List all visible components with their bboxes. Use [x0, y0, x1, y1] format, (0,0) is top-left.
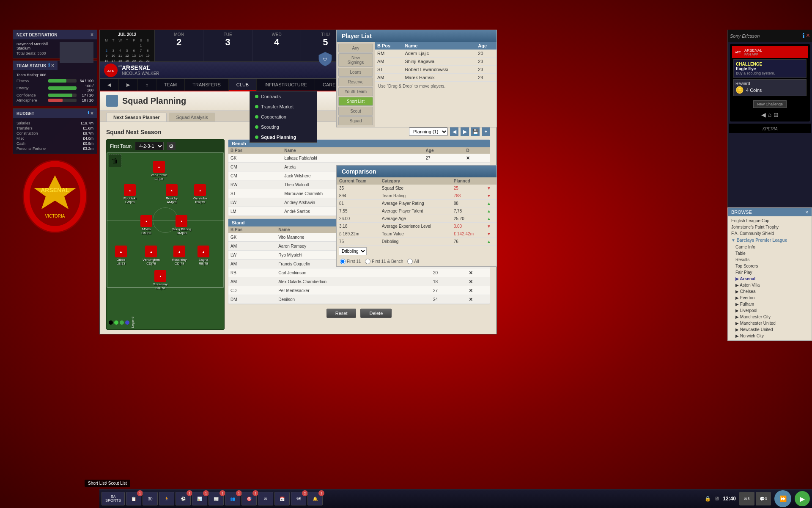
day-tue[interactable]: TUE 3	[203, 30, 252, 61]
browse-liverpool[interactable]: ▶ Liverpool	[729, 307, 810, 314]
phone-close-btn[interactable]: ×	[806, 32, 810, 40]
filter-short-list[interactable]: Short List	[338, 97, 373, 106]
day-wed[interactable]: WED 4	[252, 30, 301, 61]
delete-button[interactable]: Delete	[360, 309, 392, 318]
dropdown-scouting[interactable]: Scouting	[250, 122, 317, 132]
phone-grid-icon[interactable]: ⊞	[774, 111, 779, 118]
bench-player-row[interactable]: GKŁukasz Fabiański27×	[228, 154, 490, 163]
phone-back-icon[interactable]: ◀	[761, 111, 766, 118]
play-button[interactable]: ▶	[795, 491, 810, 506]
filter-new-signings[interactable]: New Signings	[338, 53, 373, 67]
tab-forward[interactable]: ▶	[119, 79, 138, 91]
team-status-info[interactable]: ℹ	[48, 63, 50, 69]
tab-next-season-planner[interactable]: Next Season Planner	[106, 113, 167, 121]
radio-first11[interactable]	[340, 259, 346, 264]
radio-first11-bench[interactable]	[365, 259, 370, 264]
player-gibbs[interactable]: ▲ GibbsLB|73	[115, 246, 127, 265]
browse-johnstones[interactable]: Johnstone's Paint Trophy	[729, 224, 810, 230]
browse-man-united[interactable]: ▶ Manchester United	[729, 320, 810, 326]
browse-game-info[interactable]: Game Info	[729, 244, 810, 250]
filter-reserve[interactable]: Reserve	[338, 77, 373, 86]
radio-all[interactable]	[407, 259, 413, 264]
player-podolski[interactable]: ▲ PodolskiLW|79	[123, 184, 136, 204]
task-icon-3[interactable]: 📊 1	[192, 492, 207, 505]
budget-info[interactable]: ℹ	[88, 110, 89, 116]
browse-arsenal[interactable]: ▶ Arsenal	[729, 276, 810, 282]
task-icon-5[interactable]: 👥 1	[225, 492, 240, 505]
player-gervinho[interactable]: ▲ GervinhoRM|79	[193, 184, 207, 204]
ea-sports-btn[interactable]: EASPORTS	[102, 492, 125, 505]
next-plan-btn[interactable]: ▶	[461, 127, 469, 136]
browse-barclays-category[interactable]: ▼ Barclays Premier League	[729, 237, 810, 244]
player-koscielny[interactable]: ▲ KoscielnyCD|79	[172, 246, 187, 265]
stand-player-row[interactable]: CDPer Mertesacker27×	[228, 286, 490, 295]
browse-table[interactable]: Table	[729, 250, 810, 257]
dropdown-transfer-market[interactable]: Transfer Market	[250, 102, 317, 112]
browse-top-scorers[interactable]: Top Scorers	[729, 263, 810, 269]
day-mon[interactable]: MON 2	[155, 30, 203, 61]
next-destination-close[interactable]: ×	[91, 32, 93, 38]
team-status-close[interactable]: ×	[51, 63, 54, 69]
player-list-row[interactable]: RMAdem Ljajic20	[375, 50, 497, 58]
browse-newcastle[interactable]: ▶ Newcastle United	[729, 326, 810, 333]
stand-player-row[interactable]: AMAlex Oxlade-Chamberlain18×	[228, 277, 490, 286]
formation-settings-btn[interactable]: ⚙	[167, 142, 176, 150]
msg-btn-1[interactable]: ✉ 3	[739, 492, 754, 505]
tab-transfers[interactable]: TRANSFERS	[185, 79, 229, 91]
player-vertonghen[interactable]: ▲ VertonghenCD|78	[143, 246, 160, 265]
save-plan-btn[interactable]: 💾	[471, 127, 480, 136]
tab-club[interactable]: CLUB	[229, 79, 257, 91]
player-song[interactable]: ▲ Song BillongDM|80	[172, 215, 191, 235]
tab-team[interactable]: ◀	[100, 79, 119, 91]
dropdown-squad-planning[interactable]: Squad Planning	[250, 132, 317, 142]
dropdown-contracts[interactable]: Contracts	[250, 91, 317, 102]
task-icon-1[interactable]: 🏃	[159, 492, 174, 505]
task-icon-7[interactable]: ✉	[258, 492, 273, 505]
msg-btn-2[interactable]: 💬 3	[756, 492, 771, 505]
fast-forward-btn[interactable]: ⏩	[774, 490, 791, 507]
reset-button[interactable]: Reset	[326, 309, 357, 318]
stand-player-row[interactable]: RBCarl Jenkinson20×	[228, 268, 490, 277]
player-list-row[interactable]: AMShinji Kagawa23	[375, 58, 497, 66]
task-icon-6[interactable]: 🎯 1	[241, 492, 257, 505]
task-badge-btn-1[interactable]: 📋 1	[126, 492, 141, 505]
player-van-persie[interactable]: ▲ van PersieST|85	[151, 161, 167, 181]
browse-english-league-cup[interactable]: English League Cup	[729, 218, 810, 224]
phone-info-btn[interactable]: ℹ	[802, 32, 805, 40]
player-list-row[interactable]: STRobert Lewandowski23	[375, 66, 497, 74]
filter-any[interactable]: Any	[338, 44, 373, 52]
tab-team-menu[interactable]: TEAM	[156, 79, 185, 91]
budget-close[interactable]: ×	[91, 110, 93, 116]
task-count-btn[interactable]: 30	[143, 492, 158, 505]
filter-loans[interactable]: Loans	[338, 68, 373, 77]
add-plan-btn[interactable]: +	[482, 127, 490, 136]
task-icon-4[interactable]: 📰 1	[208, 492, 224, 505]
browse-everton[interactable]: ▶ Everton	[729, 295, 810, 301]
tab-infrastructure[interactable]: INFRASTRUCTURE	[257, 79, 315, 91]
phone-home-icon[interactable]: ⌂	[768, 111, 771, 118]
browse-fa-community[interactable]: F.A. Community Shield	[729, 230, 810, 237]
task-icon-8[interactable]: 📅	[274, 492, 290, 505]
player-sagna[interactable]: ▲ SagnaRB|78	[198, 246, 209, 265]
player-mvila[interactable]: ▲ M'vilaDM|80	[140, 215, 152, 235]
tab-squad-analysis[interactable]: Squad Analysis	[169, 113, 215, 121]
skill-dropdown[interactable]: Dribbling	[339, 247, 367, 255]
browse-close-btn[interactable]: ×	[806, 210, 808, 215]
player-szczesny[interactable]: ▲ SzczesnyGK|76	[153, 270, 167, 290]
browse-results[interactable]: Results	[729, 257, 810, 263]
task-icon-9[interactable]: 🗺 2	[291, 492, 306, 505]
filter-scout[interactable]: Scout	[338, 107, 373, 116]
planning-select[interactable]: Planning (1)	[409, 127, 448, 136]
stand-player-row[interactable]: DMDenilson24×	[228, 295, 490, 304]
browse-chelsea[interactable]: ▶ Chelsea	[729, 288, 810, 295]
browse-man-city[interactable]: ▶ Manchester City	[729, 314, 810, 320]
prev-plan-btn[interactable]: ◀	[450, 127, 458, 136]
tab-home[interactable]: ⌂	[138, 79, 156, 91]
player-list-row[interactable]: AMMarek Hamsik24	[375, 74, 497, 82]
browse-norwich[interactable]: ▶ Norwich City	[729, 333, 810, 339]
filter-youth-team[interactable]: Youth Team	[338, 87, 373, 96]
new-challenge-btn[interactable]: New Challenge	[753, 100, 787, 108]
browse-fulham[interactable]: ▶ Fulham	[729, 301, 810, 307]
browse-aston-villa[interactable]: ▶ Aston Villa	[729, 282, 810, 288]
filter-squad[interactable]: Squad	[338, 116, 373, 125]
